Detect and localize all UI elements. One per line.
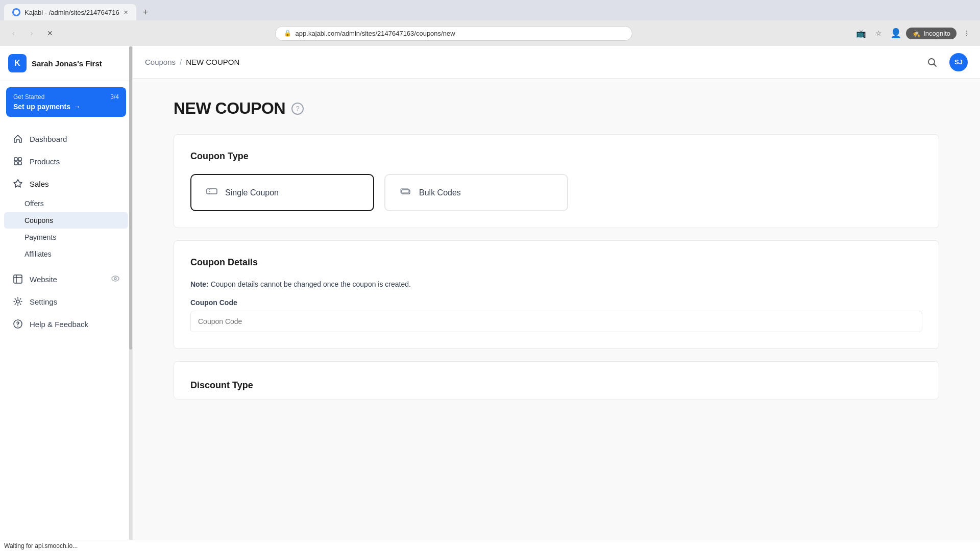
cast-icon[interactable]: 📺 bbox=[854, 26, 868, 40]
app-container: K Sarah Jonas's First Get Started 3/4 Se… bbox=[0, 46, 980, 551]
sidebar-item-sales[interactable]: Sales bbox=[4, 173, 128, 194]
svg-rect-14 bbox=[207, 189, 217, 194]
sidebar-item-sales-label: Sales bbox=[30, 180, 49, 188]
sidebar-item-dashboard-label: Dashboard bbox=[30, 135, 67, 143]
coupon-type-options: Single Coupon Bulk Codes bbox=[190, 174, 922, 211]
get-started-arrow: → bbox=[74, 103, 81, 111]
svg-point-8 bbox=[114, 278, 116, 280]
sidebar-item-dashboard[interactable]: Dashboard bbox=[4, 128, 128, 149]
sidebar-item-affiliates[interactable]: Affiliates bbox=[4, 246, 128, 262]
sidebar-item-products[interactable]: Products bbox=[4, 151, 128, 172]
sidebar-item-payments-label: Payments bbox=[24, 233, 56, 241]
get-started-action: Set up payments → bbox=[13, 103, 119, 111]
get-started-label-row: Get Started 3/4 bbox=[13, 93, 119, 101]
website-eye-icon bbox=[111, 274, 120, 285]
svg-point-0 bbox=[14, 10, 19, 15]
sidebar-item-settings[interactable]: Settings bbox=[4, 291, 128, 312]
get-started-progress: 3/4 bbox=[110, 93, 119, 101]
help-nav-icon bbox=[12, 318, 23, 330]
active-tab[interactable]: Kajabi - /admin/sites/214764716 ✕ bbox=[4, 4, 136, 20]
profile-icon[interactable]: 👤 bbox=[889, 26, 903, 40]
sidebar-item-settings-label: Settings bbox=[30, 297, 57, 306]
reload-button[interactable]: ✕ bbox=[43, 26, 57, 40]
sidebar-item-coupons-label: Coupons bbox=[24, 216, 53, 224]
lock-icon: 🔒 bbox=[284, 30, 291, 37]
back-button[interactable]: ‹ bbox=[6, 26, 20, 40]
sidebar-item-coupons[interactable]: Coupons bbox=[4, 212, 128, 229]
settings-icon bbox=[12, 296, 23, 307]
sales-icon bbox=[12, 178, 23, 189]
sidebar-item-offers-label: Offers bbox=[24, 199, 44, 208]
discount-type-card: Discount Type bbox=[174, 361, 939, 399]
forward-button[interactable]: › bbox=[24, 26, 39, 40]
help-question-mark: ? bbox=[296, 105, 299, 112]
single-coupon-icon bbox=[206, 185, 218, 200]
bulk-codes-icon bbox=[400, 185, 412, 200]
top-bar: Coupons / NEW COUPON SJ bbox=[133, 46, 980, 79]
sidebar: K Sarah Jonas's First Get Started 3/4 Se… bbox=[0, 46, 133, 551]
svg-rect-6 bbox=[14, 275, 22, 283]
home-icon bbox=[12, 133, 23, 144]
logo-text: K bbox=[14, 59, 20, 68]
sidebar-item-offers[interactable]: Offers bbox=[4, 195, 128, 212]
toolbar-right: 📺 ☆ 👤 🕵 Incognito ⋮ bbox=[854, 26, 974, 40]
menu-icon[interactable]: ⋮ bbox=[960, 26, 974, 40]
svg-point-11 bbox=[17, 326, 18, 327]
incognito-icon: 🕵 bbox=[912, 30, 920, 37]
coupon-type-section-title: Coupon Type bbox=[190, 151, 922, 162]
single-coupon-label: Single Coupon bbox=[225, 188, 279, 197]
main-content: Coupons / NEW COUPON SJ NEW COUPON ? bbox=[133, 46, 980, 551]
svg-point-7 bbox=[112, 276, 119, 281]
sidebar-item-payments[interactable]: Payments bbox=[4, 229, 128, 245]
coupon-note: Note: Coupon details cannot be changed o… bbox=[190, 280, 922, 288]
browser-toolbar: ‹ › ✕ 🔒 app.kajabi.com/admin/sites/21476… bbox=[0, 20, 980, 46]
address-url: app.kajabi.com/admin/sites/2147647163/co… bbox=[296, 30, 455, 37]
svg-point-9 bbox=[16, 300, 19, 303]
get-started-text: Get Started bbox=[13, 93, 44, 101]
single-coupon-button[interactable]: Single Coupon bbox=[190, 174, 374, 211]
user-avatar[interactable]: SJ bbox=[949, 53, 968, 71]
bookmark-icon[interactable]: ☆ bbox=[871, 26, 886, 40]
svg-rect-4 bbox=[18, 162, 21, 165]
coupon-code-label: Coupon Code bbox=[190, 298, 922, 307]
status-bar: Waiting for api.smooch.io... bbox=[0, 540, 980, 551]
get-started-action-text: Set up payments bbox=[13, 103, 70, 111]
coupon-code-input[interactable] bbox=[190, 311, 922, 332]
sidebar-item-website-label: Website bbox=[30, 275, 57, 284]
sidebar-scrollbar-thumb bbox=[129, 46, 132, 349]
close-tab-button[interactable]: ✕ bbox=[124, 9, 128, 16]
coupon-details-section-title: Coupon Details bbox=[190, 257, 922, 268]
breadcrumb-separator: / bbox=[180, 58, 182, 66]
incognito-button[interactable]: 🕵 Incognito bbox=[906, 28, 957, 39]
tab-title: Kajabi - /admin/sites/214764716 bbox=[24, 9, 119, 16]
new-tab-button[interactable]: + bbox=[138, 5, 153, 19]
sidebar-item-website[interactable]: Website bbox=[4, 268, 128, 290]
sidebar-logo[interactable]: K bbox=[8, 54, 27, 72]
svg-marker-5 bbox=[14, 180, 22, 187]
help-tooltip-button[interactable]: ? bbox=[291, 103, 304, 115]
search-button[interactable] bbox=[923, 53, 941, 71]
bulk-codes-button[interactable]: Bulk Codes bbox=[384, 174, 568, 211]
sidebar-item-help[interactable]: Help & Feedback bbox=[4, 313, 128, 335]
coupon-type-card: Coupon Type Single Coupon Bulk Codes bbox=[174, 134, 939, 228]
content-area: NEW COUPON ? Coupon Type Single Coupon bbox=[133, 79, 980, 551]
discount-type-section-title: Discount Type bbox=[190, 380, 922, 391]
status-text: Waiting for api.smooch.io... bbox=[4, 542, 78, 549]
sidebar-header: K Sarah Jonas's First bbox=[0, 46, 132, 81]
avatar-initials: SJ bbox=[954, 58, 963, 66]
page-title-row: NEW COUPON ? bbox=[174, 99, 939, 118]
tab-bar: Kajabi - /admin/sites/214764716 ✕ + bbox=[0, 0, 980, 20]
note-prefix: Note: bbox=[190, 280, 209, 288]
sidebar-scrollbar[interactable] bbox=[129, 46, 132, 551]
get-started-banner[interactable]: Get Started 3/4 Set up payments → bbox=[6, 87, 126, 117]
bulk-codes-label: Bulk Codes bbox=[419, 188, 461, 197]
sidebar-item-affiliates-label: Affiliates bbox=[24, 250, 52, 258]
incognito-label: Incognito bbox=[923, 30, 950, 37]
address-bar[interactable]: 🔒 app.kajabi.com/admin/sites/2147647163/… bbox=[275, 26, 632, 41]
svg-rect-3 bbox=[14, 162, 17, 165]
sidebar-nav: Dashboard Products Sales Offers Coupons bbox=[0, 123, 132, 551]
tab-favicon bbox=[12, 8, 20, 16]
breadcrumb-parent[interactable]: Coupons bbox=[145, 58, 176, 66]
coupon-details-card: Coupon Details Note: Coupon details cann… bbox=[174, 240, 939, 349]
svg-rect-2 bbox=[18, 158, 21, 161]
